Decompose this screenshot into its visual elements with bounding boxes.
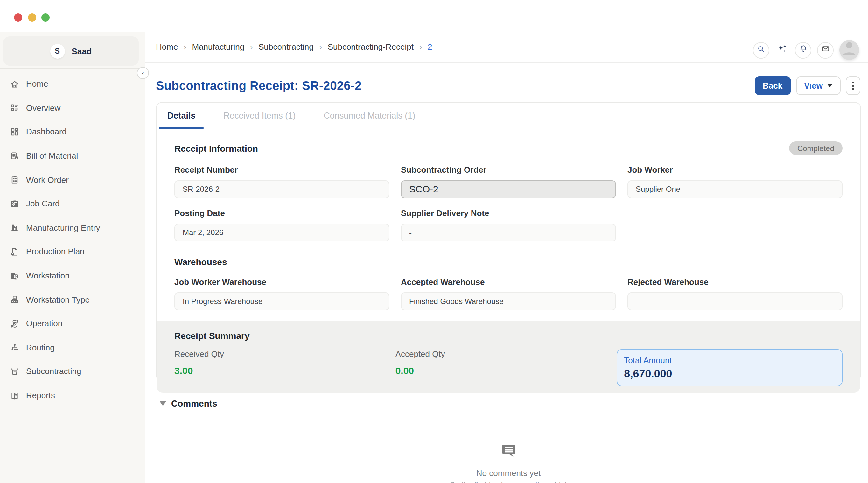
sidebar-item-dashboard[interactable]: Dashboard — [0, 120, 145, 144]
total-amount-label: Total Amount — [624, 356, 835, 365]
breadcrumb-separator-icon: › — [184, 42, 186, 51]
sidebar-nav: Home Overview Dashboard Bill of Material… — [0, 72, 145, 407]
receipt-info-row-1: Receipt Number SR-2026-2 Subcontracting … — [174, 165, 842, 198]
job-worker-value[interactable]: Supplier One — [627, 180, 842, 198]
overview-icon — [9, 103, 20, 113]
collapse-chevron-icon: ‹ — [142, 69, 144, 77]
status-badge: Completed — [789, 141, 842, 155]
sidebar-collapse-button[interactable]: ‹ — [137, 67, 149, 79]
view-button[interactable]: View — [796, 77, 841, 95]
field-accepted-warehouse: Accepted Warehouse Finished Goods Wareho… — [401, 277, 616, 310]
topbar-actions — [753, 40, 859, 60]
minimize-window-button[interactable] — [28, 13, 36, 22]
details-panel: Receipt Information Completed Receipt Nu… — [157, 141, 860, 393]
breadcrumb-current[interactable]: 2 — [428, 42, 432, 52]
tab-details[interactable]: Details — [159, 103, 204, 129]
operation-icon — [9, 318, 20, 329]
supplier-delivery-note-value[interactable]: - — [401, 224, 616, 242]
notifications-button[interactable] — [795, 42, 811, 58]
page-title: Subcontracting Receipt: SR-2026-2 — [156, 79, 362, 93]
sidebar-item-job-card[interactable]: Job Card — [0, 192, 145, 216]
sidebar-item-production-plan[interactable]: Production Plan — [0, 239, 145, 263]
field-subcontracting-order: Subcontracting Order SCO-2 — [401, 165, 616, 198]
workstation-type-icon — [9, 294, 20, 305]
sidebar-item-workstation[interactable]: Workstation — [0, 264, 145, 288]
receipt-information-header: Receipt Information Completed — [174, 141, 842, 155]
bill-of-material-icon — [9, 150, 20, 161]
comments-empty-state: No comments yet Be the first to share yo… — [156, 443, 861, 483]
receipt-info-row-2: Posting Date Mar 2, 2026 Supplier Delive… — [174, 208, 842, 242]
field-job-worker: Job Worker Supplier One — [627, 165, 842, 198]
comments-heading: Comments — [171, 398, 217, 408]
breadcrumb: Home › Manufacturing › Subcontracting › … — [156, 42, 432, 52]
sidebar-item-routing[interactable]: Routing — [0, 336, 145, 359]
zoom-window-button[interactable] — [41, 13, 50, 22]
search-icon — [757, 44, 766, 56]
sidebar-item-reports[interactable]: Reports — [0, 383, 145, 407]
back-button[interactable]: Back — [754, 77, 791, 95]
topbar: Home › Manufacturing › Subcontracting › … — [145, 0, 868, 63]
breadcrumb-home[interactable]: Home — [156, 42, 178, 52]
accepted-warehouse-value[interactable]: Finished Goods Warehouse — [401, 292, 616, 310]
subcontracting-order-value[interactable]: SCO-2 — [401, 180, 616, 198]
sidebar-item-work-order[interactable]: Work Order — [0, 168, 145, 192]
tab-consumed-materials[interactable]: Consumed Materials (1) — [315, 103, 424, 129]
tab-received-items[interactable]: Received Items (1) — [215, 103, 304, 129]
warehouses-row: Job Worker Warehouse In Progress Warehou… — [174, 277, 842, 310]
job-worker-warehouse-value[interactable]: In Progress Warehouse — [174, 292, 390, 310]
sidebar-item-operation[interactable]: Operation — [0, 312, 145, 336]
main-content: Subcontracting Receipt: SR-2026-2 Back V… — [145, 64, 868, 483]
breadcrumb-separator-icon: › — [250, 42, 253, 51]
more-options-button[interactable] — [846, 77, 860, 95]
person-icon — [839, 40, 859, 60]
posting-date-value[interactable]: Mar 2, 2026 — [174, 224, 390, 242]
dashboard-icon — [9, 126, 20, 137]
sidebar-item-overview[interactable]: Overview — [0, 96, 145, 120]
subcontracting-icon — [9, 366, 20, 377]
sidebar-item-subcontracting[interactable]: Subcontracting — [0, 359, 145, 383]
sidebar-item-bill-of-material[interactable]: Bill of Material — [0, 144, 145, 168]
bell-icon — [798, 44, 808, 56]
search-button[interactable] — [753, 42, 769, 58]
accepted-qty-block: Accepted Qty 0.00 — [396, 349, 617, 386]
rejected-warehouse-value[interactable]: - — [627, 292, 842, 310]
received-qty-label: Received Qty — [174, 349, 396, 359]
home-icon — [9, 79, 20, 89]
comments-toggle[interactable]: Comments — [160, 398, 217, 408]
sidebar-item-home[interactable]: Home — [0, 72, 145, 96]
caret-down-icon — [160, 401, 166, 405]
window-controls — [14, 13, 50, 22]
no-comments-text: No comments yet — [156, 468, 861, 478]
routing-icon — [9, 342, 20, 353]
mail-icon — [820, 44, 830, 56]
job-card-icon — [9, 198, 20, 209]
app-window: S Saad Home Overview Dashboard Bill of M… — [0, 0, 868, 483]
receipt-number-value[interactable]: SR-2026-2 — [174, 180, 390, 198]
sidebar-divider — [0, 68, 145, 69]
receipt-information-heading: Receipt Information — [174, 143, 258, 153]
avatar-initial: S — [55, 47, 60, 55]
accepted-qty-label: Accepted Qty — [396, 349, 617, 359]
mail-button[interactable] — [817, 42, 834, 58]
kebab-menu-icon — [852, 82, 854, 83]
field-posting-date: Posting Date Mar 2, 2026 — [174, 208, 390, 242]
total-amount-card: Total Amount 8,670.000 — [616, 349, 842, 386]
receipt-summary-section: Receipt Summary Received Qty 3.00 Accept… — [157, 320, 860, 393]
work-order-icon — [9, 174, 20, 185]
breadcrumb-manufacturing[interactable]: Manufacturing — [192, 42, 244, 52]
receipt-summary-heading: Receipt Summary — [174, 321, 842, 341]
breadcrumb-subcontracting[interactable]: Subcontracting — [258, 42, 313, 52]
ai-assistant-button[interactable] — [775, 43, 789, 57]
field-job-worker-warehouse: Job Worker Warehouse In Progress Warehou… — [174, 277, 390, 310]
field-receipt-number: Receipt Number SR-2026-2 — [174, 165, 390, 198]
manufacturing-entry-icon — [9, 222, 20, 233]
page-header: Subcontracting Receipt: SR-2026-2 Back V… — [156, 77, 860, 95]
close-window-button[interactable] — [14, 13, 22, 22]
sidebar-item-workstation-type[interactable]: Workstation Type — [0, 288, 145, 312]
user-menu-button[interactable] — [839, 40, 859, 60]
user-profile-chip[interactable]: S Saad — [3, 36, 139, 66]
production-plan-icon — [9, 246, 20, 257]
sidebar-item-manufacturing-entry[interactable]: Manufacturing Entry — [0, 216, 145, 239]
view-button-label: View — [804, 81, 823, 90]
breadcrumb-subcontracting-receipt[interactable]: Subcontracting-Receipt — [328, 42, 414, 52]
